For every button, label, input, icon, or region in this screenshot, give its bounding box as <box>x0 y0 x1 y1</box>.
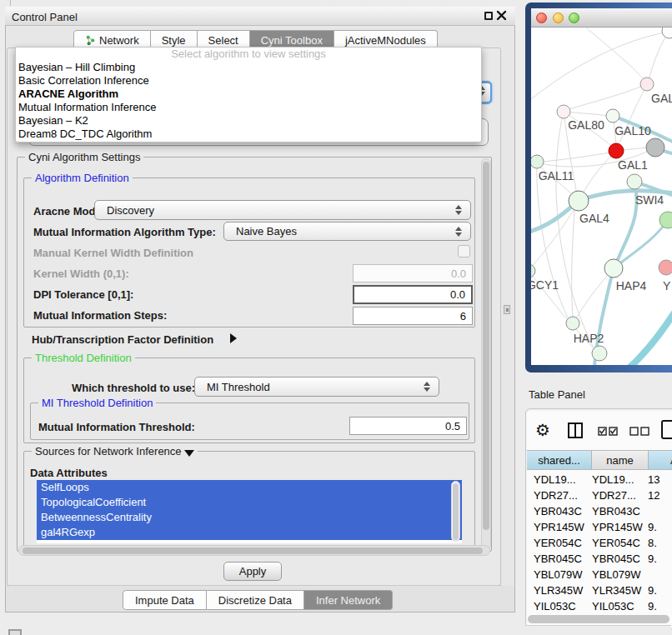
spin-up-icon <box>455 227 462 231</box>
node-gal80[interactable] <box>557 105 570 118</box>
table-row[interactable]: YER054CYER054C8. <box>527 535 672 551</box>
node[interactable] <box>662 28 672 38</box>
control-panel-title: Control Panel <box>12 11 78 23</box>
mi-type-label: Mutual Information Algorithm Type: <box>33 226 216 238</box>
node[interactable] <box>646 138 664 157</box>
node-gcy1[interactable] <box>531 264 535 278</box>
attributes-vscrollbar[interactable] <box>451 481 460 542</box>
settings-hscroll-thumb[interactable] <box>23 548 483 554</box>
which-threshold-combobox[interactable]: MI Threshold <box>194 377 439 397</box>
table-cell: 9. <box>648 552 671 565</box>
table-rows: YDL19...YDL19...13YDR27...YDR27...12YBR0… <box>527 472 672 611</box>
table-row[interactable]: YBL079WYBL079W <box>527 567 672 582</box>
collapse-down-icon[interactable] <box>184 450 194 457</box>
algorithm-option-basic-correlation-inference[interactable]: Basic Correlation Inference <box>16 74 481 88</box>
node-hap2[interactable] <box>566 317 579 330</box>
mi-steps-field[interactable]: 6 <box>353 307 473 325</box>
mi-steps-label: Mutual Information Steps: <box>33 309 167 322</box>
node-label-gal10: GAL10 <box>614 124 651 138</box>
expand-right-icon[interactable] <box>230 333 237 343</box>
aracne-mode-combobox[interactable]: Discovery <box>94 200 471 220</box>
attribute-item-topologicalcoefficient[interactable]: TopologicalCoefficient <box>37 495 462 510</box>
column-header-shared[interactable]: shared... <box>527 450 592 470</box>
sources-group-title: Sources for Network Inference <box>32 445 198 458</box>
network-icon <box>85 35 96 46</box>
algorithm-option-mutual-information-inference[interactable]: Mutual Information Inference <box>16 101 481 114</box>
mi-type-combobox[interactable]: Naive Bayes <box>223 222 471 241</box>
attribute-item-betweennesscentrality[interactable]: BetweennessCentrality <box>37 510 462 525</box>
node[interactable] <box>659 212 672 228</box>
float-window-icon[interactable] <box>484 12 493 20</box>
table-row[interactable]: YBR043CYBR043C <box>527 503 672 519</box>
table-cell: YPR145W <box>527 521 592 533</box>
table-row[interactable]: YPR145WYPR145W9. <box>527 519 672 535</box>
node-swi4[interactable] <box>627 174 642 189</box>
gear-icon[interactable]: ⚙ <box>535 420 550 440</box>
attribute-item-selfloops[interactable]: SelfLoops <box>37 480 462 495</box>
deselect-all-checkboxes-icon[interactable] <box>629 427 649 436</box>
table-cell: YBR045C <box>527 552 592 565</box>
close-traffic-light-icon[interactable] <box>536 12 547 23</box>
which-threshold-value: MI Threshold <box>195 381 419 393</box>
node-gal4[interactable] <box>569 191 589 211</box>
settings-vscroll-thumb[interactable] <box>483 162 489 530</box>
kernel-width-label: Kernel Width (0,1): <box>33 268 129 280</box>
control-panel-titlebar[interactable] <box>5 7 515 26</box>
table-row[interactable]: YDL19...YDL19...13 <box>527 472 672 488</box>
kernel-width-field[interactable]: 0.0 <box>353 264 473 282</box>
select-all-checkboxes-icon[interactable] <box>598 427 618 436</box>
threshold-definition-title: Threshold Definition <box>32 352 135 364</box>
table-row[interactable]: YBR045CYBR045C9. <box>527 551 672 567</box>
table-hscroll-thumb[interactable] <box>528 615 669 623</box>
node-y[interactable] <box>659 260 672 275</box>
attributes-vscroll-thumb[interactable] <box>453 483 459 540</box>
node-hap4[interactable] <box>604 259 623 278</box>
node-gal1[interactable] <box>609 143 624 158</box>
panel-mode-icon[interactable] <box>661 420 672 440</box>
settings-hscrollbar[interactable] <box>18 545 490 556</box>
table-row[interactable]: YLR345WYLR345W9. <box>527 582 672 598</box>
algorithm-option-bayesian-hill-climbing[interactable]: Bayesian – Hill Climbing <box>16 61 481 74</box>
column-header-name[interactable]: name <box>592 450 649 470</box>
panel-divider-grip[interactable] <box>504 305 510 314</box>
node-label-hap2: HAP2 <box>574 332 604 345</box>
algorithm-option-aracne-algorithm[interactable]: ARACNE Algorithm <box>16 88 481 101</box>
data-attributes-label: Data Attributes <box>30 467 108 479</box>
table-cell: YDR27... <box>592 489 648 502</box>
table-cell: 13 <box>648 473 671 486</box>
settings-vscrollbar[interactable] <box>481 158 491 550</box>
minimize-traffic-light-icon[interactable] <box>553 12 564 23</box>
table-row[interactable]: YDR27...YDR27...12 <box>527 488 672 503</box>
dpi-tolerance-field[interactable]: 0.0 <box>353 285 473 304</box>
node-gal11[interactable] <box>531 155 544 168</box>
aracne-mode-value: Discovery <box>95 204 450 217</box>
bottom-tab-impute-data[interactable]: Impute Data <box>123 590 207 610</box>
table-header: shared...nameA <box>527 450 672 470</box>
bottom-tab-infer-network[interactable]: Infer Network <box>304 590 393 610</box>
split-columns-icon[interactable] <box>568 422 583 438</box>
column-header-a[interactable]: A <box>649 450 672 470</box>
spin-up-icon <box>455 205 462 209</box>
table-cell: YBR043C <box>592 505 648 518</box>
mi-threshold-field[interactable]: 0.5 <box>349 417 467 435</box>
node[interactable] <box>592 346 607 361</box>
zoom-traffic-light-icon[interactable] <box>569 12 579 23</box>
node-gal10[interactable] <box>606 109 619 122</box>
table-cell: YPR145W <box>592 521 648 533</box>
manual-kernel-checkbox[interactable] <box>458 245 470 258</box>
algorithm-option-dream8-dc-tdc-algorithm[interactable]: Dream8 DC_TDC Algorithm <box>16 128 481 141</box>
bottom-corner-icon[interactable] <box>8 629 22 635</box>
close-icon[interactable] <box>496 10 507 21</box>
bottom-tab-discretize-data[interactable]: Discretize Data <box>207 590 304 610</box>
which-threshold-label: Which threshold to use: <box>72 382 195 394</box>
table-cell: YLR345W <box>592 584 648 597</box>
table-cell: YBL079W <box>592 568 648 581</box>
apply-button[interactable]: Apply <box>223 562 282 581</box>
attribute-item-gal4rgexp[interactable]: gal4RGexp <box>37 525 462 540</box>
network-canvas[interactable]: GALGAL80GAL10GAL1GAL11SWI4GAL4GCY1HAP4YH… <box>531 28 672 365</box>
node-gal[interactable] <box>640 78 654 91</box>
table-row[interactable]: YIL053CYIL053C9. <box>527 598 672 611</box>
algorithm-option-bayesian-k2[interactable]: Bayesian – K2 <box>16 114 481 128</box>
table-cell: YIL053C <box>527 600 592 611</box>
data-attributes-list[interactable]: SelfLoopsTopologicalCoefficientBetweenne… <box>37 480 462 543</box>
